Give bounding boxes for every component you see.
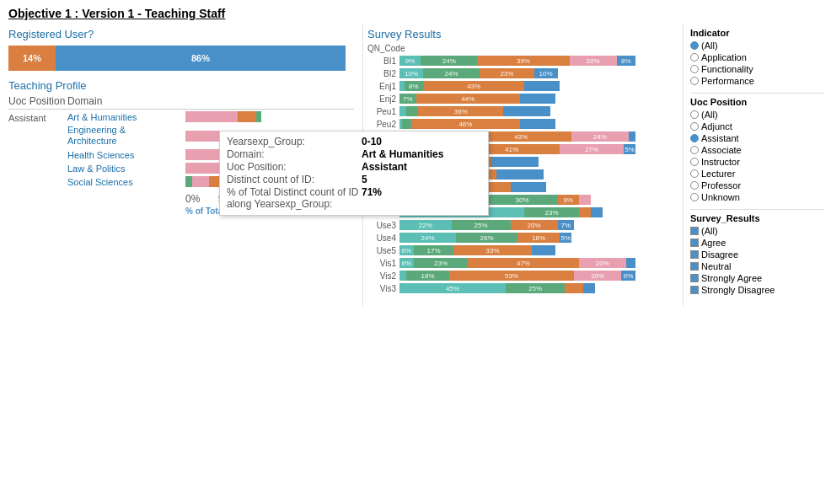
seg-green: 7% <box>399 94 416 104</box>
bar-86-segment: 86% <box>56 46 346 71</box>
seg-orange: 9% <box>558 195 579 205</box>
tooltip-yearsexp-value: 0-10 <box>362 136 382 147</box>
qn-code-label: QN_Code <box>367 44 678 53</box>
seg-label: 10% <box>405 70 418 78</box>
seg-orange: 39% <box>477 56 569 66</box>
radio-pos-professor[interactable] <box>690 181 699 190</box>
radio-label-functionality: Functionality <box>701 64 753 74</box>
survey-row-Vis2: Vis218%53%20%6% <box>367 270 678 281</box>
radio-indicator-all[interactable] <box>690 41 699 50</box>
pos-associate[interactable]: Associate <box>690 145 824 155</box>
indicator-performance[interactable]: Performance <box>690 76 824 86</box>
bars-Vis3: 45%25% <box>399 283 678 293</box>
seg-label: 20% <box>587 57 600 65</box>
pos-all[interactable]: (All) <box>690 110 824 120</box>
seg-label: 10% <box>539 70 553 78</box>
seg-blue <box>524 81 560 91</box>
check-agree[interactable]: Agree <box>690 238 824 248</box>
checkbox-neutral[interactable] <box>690 262 699 271</box>
check-label-agree: Agree <box>701 238 726 248</box>
survey-qn-Use4: Use4 <box>367 233 399 243</box>
bar-art <box>185 111 261 122</box>
survey-row-Use3: Use322%25%20%7% <box>367 219 678 231</box>
tooltip-pct-label: % of Total Distinct count of ID along Ye… <box>227 186 362 210</box>
seg-blue: 5% <box>560 233 571 243</box>
survey-row-Enj2: Enj27%44% <box>367 93 678 105</box>
check-disagree[interactable]: Disagree <box>690 249 824 260</box>
seg-orange: 20% <box>511 220 558 230</box>
survey-row-Enj1: Enj18%43% <box>367 80 678 92</box>
bars-BI2: 10%24%23%10% <box>399 68 678 78</box>
radio-label-associate: Associate <box>701 145 742 155</box>
pos-assistant[interactable]: Assistant <box>690 133 824 143</box>
indicator-functionality[interactable]: Functionality <box>690 64 824 74</box>
check-label-neutral: Neutral <box>701 261 731 271</box>
radio-pos-unknown[interactable] <box>690 193 699 201</box>
seg-label: 6% <box>624 272 634 280</box>
check-all[interactable]: (All) <box>690 226 824 236</box>
radio-pos-all[interactable] <box>690 110 699 119</box>
survey-row-Vis3: Vis345%25% <box>367 282 678 294</box>
seg-label: 46% <box>458 121 472 128</box>
pos-instructor[interactable]: Instructor <box>690 157 824 167</box>
seg-orange: 36% <box>418 106 503 116</box>
bar-orange-art <box>238 111 256 122</box>
domain-label-social: Social Sciences <box>67 177 185 187</box>
checkbox-agree[interactable] <box>690 239 699 247</box>
seg-pink: 20% <box>574 271 621 281</box>
check-strongly-disagree[interactable]: Strongly Disagree <box>690 285 824 295</box>
seg-blue: 8% <box>617 56 635 66</box>
radio-pos-adjunct[interactable] <box>690 122 699 131</box>
seg-blue: 6% <box>621 271 635 281</box>
seg-label: 7% <box>561 222 571 229</box>
checkbox-disagree[interactable] <box>690 250 699 259</box>
checkbox-strongly-agree[interactable] <box>690 274 699 282</box>
radio-pos-associate[interactable] <box>690 146 699 154</box>
radio-indicator-functionality[interactable] <box>690 65 699 73</box>
uoc-position-title: Uoc Position <box>690 97 824 107</box>
check-strongly-agree[interactable]: Strongly Agree <box>690 273 824 283</box>
checkbox-strongly-disagree[interactable] <box>690 286 699 294</box>
col-domain-header: Domain <box>67 95 185 107</box>
seg-orange: 46% <box>411 119 520 129</box>
radio-label-all: (All) <box>701 40 718 51</box>
registered-user-bar: 14% 86% <box>8 46 346 71</box>
radio-pos-lecturer[interactable] <box>690 169 699 178</box>
seg-teal <box>399 106 406 116</box>
survey-row-BI1: BI19%24%39%20%8% <box>367 55 678 67</box>
pos-unknown[interactable]: Unknown <box>690 192 824 202</box>
bars-Use4: 24%26%18%5% <box>399 233 678 243</box>
radio-label-assistant: Assistant <box>701 133 739 143</box>
seg-green: 23% <box>414 258 468 268</box>
tooltip-pct: % of Total Distinct count of ID along Ye… <box>227 186 481 210</box>
check-label-disagree: Disagree <box>701 249 738 260</box>
checkbox-all[interactable] <box>690 227 699 235</box>
survey-qn-Enj1: Enj1 <box>367 82 399 91</box>
survey-qn-Vis2: Vis2 <box>367 271 399 281</box>
tooltip-yearsexp-label: Yearsexp_Group: <box>227 136 362 147</box>
seg-label: 27% <box>585 146 598 153</box>
radio-indicator-performance[interactable] <box>690 77 699 85</box>
divider-2 <box>690 209 824 210</box>
tooltip-domain-value: Art & Humanities <box>362 148 443 160</box>
indicator-application[interactable]: Application <box>690 52 824 62</box>
seg-label: 36% <box>454 108 468 115</box>
seg-green: 23% <box>524 207 578 217</box>
seg-label: 23% <box>434 260 448 267</box>
check-neutral[interactable]: Neutral <box>690 261 824 271</box>
radio-pos-assistant[interactable] <box>690 134 699 142</box>
bars-Enj2: 7%44% <box>399 94 678 104</box>
seg-label: 25% <box>474 222 488 229</box>
pos-adjunct[interactable]: Adjunct <box>690 121 824 131</box>
seg-blue: 7% <box>558 220 575 230</box>
seg-label: 7% <box>403 95 413 103</box>
radio-indicator-application[interactable] <box>690 53 699 62</box>
seg-pink: 20% <box>579 258 626 268</box>
seg-label: 18% <box>421 272 435 280</box>
pos-professor[interactable]: Professor <box>690 180 824 190</box>
seg-orange: 33% <box>453 245 531 255</box>
radio-pos-instructor[interactable] <box>690 158 699 166</box>
indicator-all[interactable]: (All) <box>690 40 824 51</box>
pos-lecturer[interactable]: Lecturer <box>690 169 824 179</box>
seg-blue <box>503 106 550 116</box>
